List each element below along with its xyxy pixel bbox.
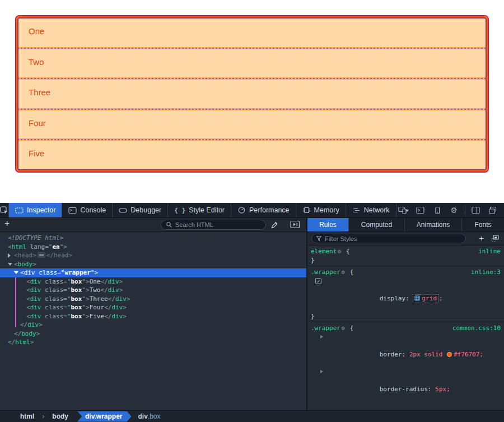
expand-arrow-right-icon[interactable] — [8, 253, 11, 258]
breadcrumb-body[interactable]: body — [46, 412, 74, 420]
markup-token: > — [123, 313, 127, 320]
tab-inspector[interactable]: Inspector — [9, 203, 62, 217]
gear-icon: ⚙ — [450, 206, 458, 215]
tab-rules[interactable]: Rules — [307, 218, 349, 231]
add-node-button[interactable]: + — [4, 219, 10, 229]
rule-wrapper-inline: .wrapper⚙ { inline:3 ✓ display: grid; } — [307, 266, 504, 322]
device-button[interactable] — [430, 203, 445, 218]
markup-token: "> — [82, 313, 89, 320]
eyedropper-button[interactable] — [270, 220, 279, 231]
pick-element-icon — [0, 206, 8, 215]
tab-animations[interactable]: Animations — [405, 218, 462, 231]
separate-window-button[interactable] — [486, 203, 500, 218]
color-swatch[interactable] — [447, 352, 452, 357]
rules-toolbar: Filter Styles + — [307, 232, 504, 245]
style-editor-icon: { } — [174, 207, 185, 214]
rule-source-link[interactable]: inline:3 — [471, 268, 501, 277]
markup-line[interactable]: <div class="box">Five</div> — [0, 312, 306, 321]
grid-value-box[interactable]: grid — [413, 294, 439, 303]
property-value[interactable]: #f76707 — [454, 351, 479, 358]
markup-line[interactable]: <div class="box">Two</div> — [0, 286, 306, 295]
expand-arrow-icon[interactable] — [320, 370, 323, 373]
tab-computed[interactable]: Computed — [349, 218, 405, 231]
property-name[interactable]: display — [380, 295, 405, 302]
tab-style-editor[interactable]: { } Style Editor — [168, 203, 231, 217]
markup-token: </ — [46, 252, 54, 259]
markup-token: Five — [90, 313, 105, 320]
markup-token: Four — [90, 304, 105, 311]
devtools-tabbar: Inspector Console Debugger { } Style Edi… — [0, 203, 504, 218]
markup-token: wrapper — [65, 269, 91, 276]
breadcrumb-div-wrapper[interactable]: div.wrapper — [77, 411, 131, 422]
markup-line[interactable]: <div class="box">Three</div> — [0, 295, 306, 304]
markup-token: < — [14, 252, 18, 259]
markup-token: "> — [82, 295, 89, 303]
expand-arrow-down-icon[interactable] — [8, 263, 12, 266]
settings-button[interactable]: ⚙ — [447, 203, 461, 218]
rule-source-link[interactable]: inline — [478, 247, 501, 256]
gear-icon[interactable]: ⚙ — [340, 269, 346, 275]
rule-selector[interactable]: .wrapper — [311, 268, 340, 276]
tab-debugger[interactable]: Debugger — [113, 203, 168, 217]
property-name[interactable]: border-radius — [380, 386, 428, 393]
markup-token: </ — [104, 313, 111, 320]
filter-styles-input[interactable]: Filter Styles — [311, 234, 466, 243]
markup-line[interactable]: </html> — [0, 338, 306, 347]
split-console-button[interactable] — [413, 203, 428, 218]
property-value[interactable]: 5px — [435, 386, 446, 393]
property-value[interactable]: grid — [422, 295, 437, 302]
breadcrumb-html[interactable]: html — [15, 412, 40, 420]
gear-icon[interactable]: ⚙ — [337, 248, 342, 254]
markup-line[interactable]: <div class="wrapper"> — [0, 268, 306, 277]
markup-line[interactable]: <head></head> — [0, 251, 306, 260]
property-name[interactable]: border — [380, 351, 402, 358]
declaration-checkbox[interactable]: ✓ — [315, 278, 321, 284]
tab-fonts[interactable]: Fonts — [462, 218, 504, 231]
responsive-design-button[interactable] — [396, 203, 411, 218]
breadcrumb-div-box[interactable]: div.box — [132, 412, 166, 420]
slideshow-button[interactable] — [290, 220, 300, 230]
rule-wrapper-css: .wrapper⚙ { common.css:10 border: 2px so… — [307, 322, 504, 410]
tab-performance[interactable]: Performance — [231, 203, 296, 217]
markup-token: box — [71, 295, 82, 303]
markup-token: box — [71, 286, 82, 294]
markup-token: =" — [57, 269, 64, 276]
markup-line[interactable]: <!DOCTYPE html> — [0, 234, 306, 243]
markup-line[interactable]: </body> — [0, 330, 306, 338]
markup-token: </ — [104, 304, 111, 311]
box-label: Three — [29, 87, 50, 97]
dock-side-button[interactable] — [469, 203, 483, 218]
class-panel-button[interactable] — [491, 235, 500, 244]
markup-line[interactable]: </div> — [0, 321, 306, 330]
close-devtools-button[interactable]: ✕ — [502, 203, 504, 218]
markup-line[interactable]: <div class="box">Four</div> — [0, 303, 306, 312]
pick-element-button[interactable] — [0, 203, 9, 217]
tab-console[interactable]: Console — [62, 203, 113, 217]
screenshot-root: One Two Three Four Five Inspector — [0, 0, 504, 422]
markup-line[interactable]: <div class="box">One</div> — [0, 277, 306, 286]
expand-arrow-down-icon[interactable] — [14, 271, 18, 274]
markup-line[interactable]: <html lang="en"> — [0, 243, 306, 252]
markup-token: class — [41, 295, 64, 303]
tab-network[interactable]: Network — [346, 203, 396, 217]
rule-source-link[interactable]: common.css:10 — [452, 324, 501, 333]
markup-token: div — [111, 304, 123, 311]
markup-toolbar: + Search HTML — [0, 218, 306, 232]
markup-token: div — [111, 313, 123, 320]
gear-icon[interactable]: ⚙ — [340, 325, 346, 331]
search-html-input[interactable]: Search HTML — [161, 220, 266, 230]
rule-selector[interactable]: element — [311, 248, 337, 255]
markup-token: </ — [8, 338, 15, 346]
expand-arrow-icon[interactable] — [320, 335, 323, 338]
grid-highlighter-icon[interactable] — [414, 295, 420, 304]
toolbox-buttons: ⚙ ✕ — [396, 203, 504, 217]
dock-side-icon — [472, 206, 480, 214]
markup-token: > — [69, 252, 73, 259]
filter-placeholder: Filter Styles — [325, 235, 357, 242]
rule-selector[interactable]: .wrapper — [311, 324, 340, 332]
markup-line[interactable]: <body> — [0, 260, 306, 269]
tab-memory[interactable]: Memory — [296, 203, 346, 217]
markup-token: div — [30, 286, 41, 294]
add-rule-button[interactable]: + — [479, 233, 484, 243]
markup-token: < — [26, 304, 30, 311]
